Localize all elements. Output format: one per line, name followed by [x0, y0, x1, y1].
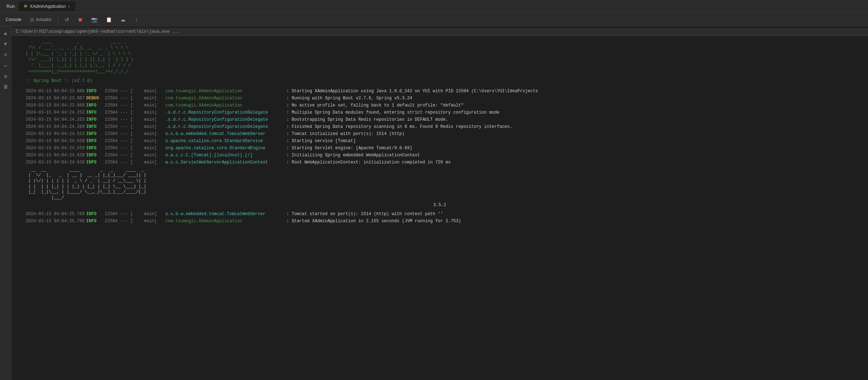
log-class: o.s.b.w.embedded.tomcat.TomcatWebServer	[165, 131, 286, 137]
log-level: INFO	[86, 138, 105, 144]
log-line: 2024-03-15 04:04:23.887 DEBUG 22504 --- …	[11, 95, 868, 102]
log-thread: main]	[144, 116, 165, 123]
camera-icon: 📷	[91, 17, 97, 22]
log-thread: main]	[144, 124, 165, 130]
log-timestamp: 2024-03-15 04:04:25.796	[26, 218, 86, 224]
log-pid: 22504 --- [	[105, 124, 144, 130]
scroll-down-icon[interactable]: ▼	[1, 40, 10, 48]
log-level: INFO	[86, 88, 105, 94]
log-message: : Tomcat initialized with port(s): 1514 …	[286, 131, 864, 137]
log-thread: main]	[144, 88, 165, 94]
log-message: : Running with Spring Boot v2.7.6, Sprin…	[286, 95, 864, 101]
log-level: DEBUG	[86, 95, 105, 101]
log-thread: main]	[144, 218, 165, 224]
log-line: 2024-03-15 04:04:24.252 INFO 22504 --- […	[11, 109, 868, 116]
tab-close-icon[interactable]: ×	[68, 4, 70, 9]
log-class: o.apache.catalina.core.StandardService	[165, 138, 286, 144]
log-message: : Tomcat started on port(s): 1514 (http)…	[286, 211, 864, 217]
log-thread: main]	[144, 131, 165, 137]
tab-label: XAdminApplication	[30, 4, 66, 9]
log-class: com.tsumugii.XAdminApplication	[165, 102, 286, 109]
console-button[interactable]: Console	[4, 16, 24, 23]
log-pid: 22504 --- [	[105, 152, 144, 158]
refresh-icon: ↺	[65, 17, 69, 22]
log-thread: main]	[144, 211, 165, 217]
scroll-up-icon[interactable]: ▲	[1, 29, 10, 38]
log-class: o.a.c.c.C.[Tomcat].[localhost].[/]	[165, 152, 286, 158]
log-timestamp: 2024-03-15 04:04:24.252	[26, 109, 86, 116]
console-label: Console	[6, 17, 21, 22]
log-pid: 22504 --- [	[105, 145, 144, 151]
log-container: 2024-03-15 04:04:23.886 INFO 22504 --- […	[11, 88, 868, 166]
log-timestamp: 2024-03-15 04:04:25.789	[26, 211, 86, 217]
log-pid: 22504 --- [	[105, 88, 144, 94]
actuator-icon: ⊙	[30, 17, 34, 22]
log-level: INFO	[86, 152, 105, 158]
log-level: INFO	[86, 131, 105, 137]
spring-boot-version: :: Spring Boot :: (v2.7.6)	[11, 78, 868, 88]
log-pid: 22504 --- [	[105, 159, 144, 166]
log-line: 2024-03-15 04:04:24.639 INFO 22504 --- […	[11, 152, 868, 159]
log-message: : Starting Servlet engine: [Apache Tomca…	[286, 145, 864, 151]
log-pid: 22504 --- [	[105, 102, 144, 109]
log-thread: main]	[144, 152, 165, 158]
log-line: 2024-03-15 04:04:24.253 INFO 22504 --- […	[11, 116, 868, 123]
log-class: org.apache.catalina.core.StandardEngine	[165, 145, 286, 151]
app-tab[interactable]: ☘ XAdminApplication ×	[19, 1, 75, 11]
cog-icon[interactable]: ⚙	[1, 72, 10, 80]
log-pid: 22504 --- [	[105, 95, 144, 101]
log-level: INFO	[86, 145, 105, 151]
log-pid: 22504 --- [	[105, 131, 144, 137]
log-class: com.tsumugii.XAdminApplication	[165, 95, 286, 101]
log-class: .s.d.r.c.RepositoryConfigurationDelegate	[165, 116, 286, 123]
log-thread: main]	[144, 109, 165, 116]
log-message: : Started XAdminApplication in 2.155 sec…	[286, 218, 864, 224]
filter-icon[interactable]: ≡	[1, 51, 10, 59]
log-line: 2024-03-15 04:04:23.886 INFO 22504 --- […	[11, 88, 868, 95]
log-pid: 22504 --- [	[105, 116, 144, 123]
side-icons: ▲ ▼ ≡ ↩ ⚙ 🗑	[0, 26, 11, 380]
log-thread: main]	[144, 138, 165, 144]
log-class: com.tsumugii.XAdminApplication	[165, 218, 286, 224]
copy-button[interactable]: 📋	[104, 16, 114, 24]
log-message: : Starting XAdminApplication using Java …	[286, 88, 864, 94]
log-class: o.s.b.w.embedded.tomcat.TomcatWebServer	[165, 211, 286, 217]
toolbar-divider	[58, 16, 58, 23]
log-level: INFO	[86, 116, 105, 123]
log-thread: main]	[144, 145, 165, 151]
log-message: : Initializing Spring embedded WebApplic…	[286, 152, 864, 158]
log-level: INFO	[86, 102, 105, 109]
log-class: .s.d.r.c.RepositoryConfigurationDelegate	[165, 124, 286, 130]
cloud-button[interactable]: ☁	[118, 16, 128, 24]
stop-button[interactable]: ⏹	[76, 16, 85, 24]
trash-icon[interactable]: 🗑	[1, 83, 10, 91]
log-line: 2024-03-15 04:04:24.559 INFO 22504 --- […	[11, 145, 868, 152]
log-class: com.tsumugii.XAdminApplication	[165, 88, 286, 94]
log-container-2: 2024-03-15 04:04:25.789 INFO 22504 --- […	[11, 210, 868, 225]
run-label: Run	[3, 4, 19, 9]
log-message: : Finished Spring Data repository scanni…	[286, 124, 864, 130]
log-line: 2024-03-15 04:04:23.888 INFO 22504 --- […	[11, 102, 868, 109]
log-level: INFO	[86, 211, 105, 217]
log-pid: 22504 --- [	[105, 218, 144, 224]
log-level: INFO	[86, 124, 105, 130]
log-level: INFO	[86, 159, 105, 166]
log-message: : Multiple Spring Data modules found, en…	[286, 109, 864, 116]
log-level: INFO	[86, 109, 105, 116]
log-timestamp: 2024-03-15 04:04:24.269	[26, 124, 86, 130]
log-timestamp: 2024-03-15 04:04:23.887	[26, 95, 86, 101]
toolbar: Console ⊙ Actuator ↺ ⏹ 📷 📋 ☁ ⋮	[0, 13, 868, 26]
log-class: .s.d.r.c.RepositoryConfigurationDelegate	[165, 109, 286, 116]
log-line: 2024-03-15 04:04:24.639 INFO 22504 --- […	[11, 159, 868, 166]
screenshot-button[interactable]: 📷	[89, 16, 99, 24]
stop-icon: ⏹	[78, 17, 83, 22]
console-area[interactable]: C:\Users\YUI\scoop\apps\openjdk8-redhat\…	[11, 26, 868, 380]
wrap-icon[interactable]: ↩	[1, 61, 10, 70]
actuator-button[interactable]: ⊙ Actuator	[28, 16, 54, 24]
clipboard-icon: 📋	[106, 17, 112, 22]
refresh-button[interactable]: ↺	[63, 16, 71, 24]
actuator-label: Actuator	[36, 17, 52, 22]
more-button[interactable]: ⋮	[132, 16, 141, 24]
log-message: : Starting service [Tomcat]	[286, 138, 864, 144]
log-timestamp: 2024-03-15 04:04:24.253	[26, 116, 86, 123]
